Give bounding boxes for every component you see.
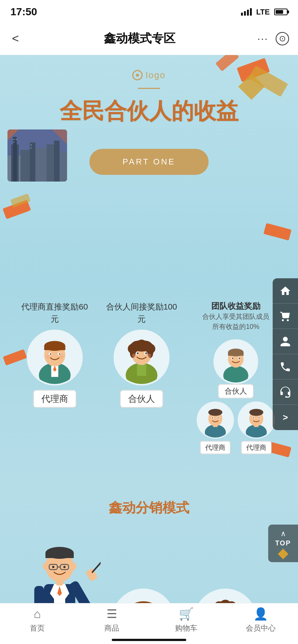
hero-section: logo 全民合伙人的收益 (0, 55, 298, 278)
signal-bars (241, 8, 252, 16)
member-icon: 👤 (253, 607, 268, 621)
fab-phone-button[interactable] (273, 354, 298, 379)
signal-bar-4 (250, 8, 252, 16)
back-button[interactable]: < (9, 29, 22, 48)
sub-agent-1-name: 代理商 (200, 441, 231, 454)
fab-home-button[interactable] (273, 278, 298, 304)
svg-point-42 (137, 340, 147, 350)
partner-row: 代理商直推奖励60元 (11, 301, 287, 454)
deco-orange-right (263, 223, 291, 240)
nav-products[interactable]: ☰ 商品 (74, 607, 149, 633)
svg-point-60 (239, 358, 240, 359)
part-one-button[interactable]: PART ONE (89, 149, 209, 175)
svg-point-101 (43, 563, 48, 570)
signal-bar-3 (247, 10, 249, 16)
svg-rect-56 (228, 352, 244, 356)
svg-point-69 (218, 417, 219, 419)
nav-actions: ··· (257, 32, 289, 45)
products-label: 商品 (104, 623, 119, 633)
home-indicator (112, 639, 186, 641)
hero-divider (138, 88, 160, 89)
team-incentive-title: 团队收益奖励 (211, 301, 260, 311)
sub-agents-row: 代理商 (197, 401, 275, 454)
sub-agent-2: 代理商 (238, 401, 275, 454)
top-label: TOP (275, 539, 291, 547)
status-bar: 17:50 LTE (0, 0, 298, 22)
partner-avatar (114, 330, 169, 385)
svg-point-48 (145, 352, 147, 354)
agent-name-tag: 代理商 (33, 390, 76, 408)
svg-point-77 (253, 417, 254, 419)
team-partner-avatar (213, 339, 258, 384)
bottom-nav: ⌂ 首页 ☰ 商品 🛒 购物车 👤 会员中心 (0, 603, 298, 644)
svg-point-28 (50, 353, 51, 355)
cart-label: 购物车 (175, 623, 197, 633)
sub-agent-2-name: 代理商 (241, 441, 272, 454)
partner-item: 合伙人间接奖励100元 (104, 301, 179, 408)
agent-label: 代理商直推奖励60元 (18, 301, 92, 325)
fab-service-button[interactable] (273, 379, 298, 405)
partner-section: 代理商直推奖励60元 (0, 278, 298, 491)
sub-agent-1: 代理商 (197, 401, 234, 454)
svg-line-91 (92, 554, 101, 572)
camera-button[interactable] (276, 32, 289, 45)
top-diamond-icon (278, 549, 288, 559)
sub-agent-1-avatar (197, 401, 234, 439)
svg-point-50 (147, 354, 151, 358)
agent-item: 代理商直推奖励60元 (18, 301, 92, 408)
team-incentive-sub: 合伙人享受其团队成员所有收益的10% (202, 313, 269, 330)
logo-circle-icon (132, 70, 143, 80)
svg-point-30 (46, 354, 50, 358)
top-arrow-icon: ∧ (280, 529, 286, 538)
svg-point-78 (259, 417, 260, 419)
cart-icon: 🛒 (179, 607, 194, 621)
svg-point-100 (63, 566, 66, 568)
svg-point-31 (59, 354, 63, 358)
svg-rect-34 (137, 363, 146, 376)
svg-point-74 (250, 409, 264, 416)
nav-bar: < 鑫动模式专区 ··· (0, 22, 298, 55)
logo-text: logo (146, 70, 165, 80)
fab-user-button[interactable] (273, 329, 298, 354)
svg-point-49 (132, 354, 136, 358)
fab-cart-button[interactable] (273, 304, 298, 329)
partner-name-tag: 合伙人 (120, 390, 163, 408)
svg-point-99 (52, 566, 54, 568)
top-button[interactable]: ∧ TOP (268, 525, 298, 562)
nav-home[interactable]: ⌂ 首页 (0, 607, 74, 633)
svg-point-68 (212, 417, 213, 419)
fab-more-button[interactable]: > (273, 405, 298, 430)
status-time: 17:50 (10, 6, 37, 18)
status-icons: LTE (241, 8, 288, 16)
member-label: 会员中心 (246, 623, 276, 633)
nav-cart[interactable]: 🛒 购物车 (149, 607, 224, 633)
battery-fill (276, 10, 283, 14)
svg-point-47 (137, 352, 139, 354)
hero-title: 全民合伙人的收益 (15, 96, 283, 126)
sub-agent-2-avatar (238, 401, 275, 439)
fab-panel: > (273, 278, 298, 430)
products-icon: ☰ (107, 607, 117, 621)
partner-label: 合伙人间接奖励100元 (104, 301, 179, 325)
signal-bar-2 (244, 11, 246, 16)
xindong-title: 鑫动分销模式 (11, 499, 287, 517)
lte-label: LTE (256, 8, 270, 16)
svg-rect-95 (45, 553, 74, 558)
city-thumbnail (7, 129, 67, 182)
svg-point-29 (59, 353, 60, 355)
svg-point-102 (71, 563, 76, 570)
svg-rect-17 (7, 129, 67, 182)
team-incentive-item: 团队收益奖励 合伙人享受其团队成员所有收益的10% (191, 301, 280, 454)
nav-member[interactable]: 👤 会员中心 (224, 607, 298, 633)
main-content: logo 全民合伙人的收益 (0, 55, 298, 644)
svg-rect-90 (85, 568, 98, 582)
more-button[interactable]: ··· (257, 33, 268, 45)
svg-point-65 (209, 409, 223, 416)
signal-bar-1 (241, 13, 243, 16)
page-title: 鑫动模式专区 (104, 31, 175, 47)
agent-avatar (27, 330, 83, 385)
svg-rect-25 (44, 346, 65, 350)
home-label: 首页 (30, 623, 45, 633)
team-partner-name: 合伙人 (218, 384, 254, 398)
battery-icon (274, 9, 288, 15)
